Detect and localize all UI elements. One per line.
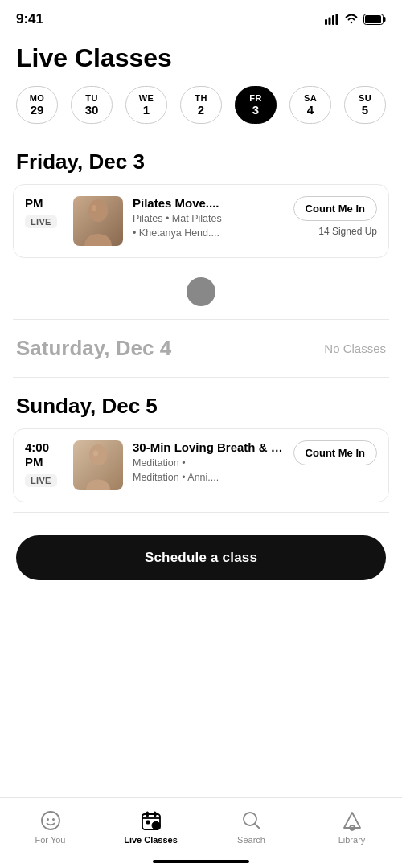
section-header-friday: Friday, Dec 3 — [0, 140, 402, 184]
class-card-pilates: PM LIVE Pilates Move.... Pilates • Mat P… — [13, 184, 389, 258]
count-me-button-meditation[interactable]: Count Me In — [293, 440, 377, 465]
count-me-button-pilates[interactable]: Count Me In — [293, 196, 377, 221]
for-you-label: For You — [35, 835, 66, 845]
class-time-block-meditation: 4:00 PM LIVE — [25, 440, 64, 487]
class-card-meditation: 4:00 PM LIVE 30-Min Loving Breath & Med.… — [13, 428, 389, 502]
svg-point-19 — [244, 813, 256, 825]
status-bar: 9:41 — [0, 0, 402, 35]
signed-up-label-pilates: 14 Signed Up — [318, 226, 377, 237]
svg-rect-3 — [336, 14, 338, 25]
library-label: Library — [338, 835, 366, 845]
class-title-meditation: 30-Min Loving Breath & Med.... — [133, 440, 284, 454]
search-label: Search — [237, 835, 265, 845]
class-meta-pilates: Pilates • Mat Pilates • Khetanya Hend...… — [133, 212, 284, 240]
svg-rect-1 — [329, 18, 331, 26]
section-header-sunday: Sunday, Dec 5 — [0, 384, 402, 428]
section-header-saturday: Saturday, Dec 4 — [16, 336, 171, 361]
day-selector: MO 29 TU 30 WE 1 TH 2 FR 3 SA 4 SU 5 — [0, 86, 402, 140]
svg-point-13 — [52, 818, 55, 821]
nav-item-live-classes[interactable]: Live Classes — [123, 809, 179, 845]
svg-point-11 — [42, 812, 59, 829]
schedule-button[interactable]: Schedule a class — [16, 535, 386, 580]
day-pill-fr[interactable]: FR 3 — [235, 86, 277, 124]
signal-icon — [325, 14, 339, 25]
status-icons — [325, 14, 386, 25]
divider-friday-saturday — [13, 319, 389, 320]
battery-icon — [363, 14, 386, 25]
wifi-icon — [344, 14, 359, 25]
class-actions-meditation: Count Me In — [293, 440, 377, 465]
bottom-nav: For You Live Classes Search — [0, 797, 402, 868]
class-title-pilates: Pilates Move.... — [133, 196, 284, 210]
schedule-button-wrap: Schedule a class — [0, 519, 402, 593]
nav-item-for-you[interactable]: For You — [23, 809, 79, 845]
svg-point-7 — [88, 199, 108, 222]
class-actions-pilates: Count Me In 14 Signed Up — [293, 196, 377, 237]
live-classes-label: Live Classes — [124, 835, 178, 845]
day-pill-tu[interactable]: TU 30 — [71, 86, 113, 124]
svg-rect-16 — [154, 812, 156, 817]
live-badge-meditation: LIVE — [25, 474, 57, 487]
class-time-pilates: PM — [25, 196, 43, 211]
status-time: 9:41 — [16, 11, 43, 27]
page-title: Live Classes — [0, 35, 402, 86]
svg-rect-15 — [146, 812, 149, 817]
nav-item-search[interactable]: Search — [224, 809, 280, 845]
search-icon — [240, 809, 263, 832]
scroll-indicator — [187, 277, 215, 306]
svg-rect-2 — [332, 15, 334, 25]
class-image-pilates — [73, 196, 123, 246]
class-info-pilates: Pilates Move.... Pilates • Mat Pilates •… — [133, 196, 284, 240]
day-pill-we[interactable]: WE 1 — [125, 86, 167, 124]
live-badge-pilates: LIVE — [25, 215, 57, 228]
divider-saturday-sunday — [13, 377, 389, 378]
day-pill-sa[interactable]: SA 4 — [289, 86, 331, 124]
no-classes-label: No Classes — [324, 342, 386, 355]
svg-rect-6 — [365, 15, 381, 23]
svg-point-12 — [47, 818, 49, 821]
svg-rect-17 — [146, 821, 150, 824]
section-header-saturday-row: Saturday, Dec 4 No Classes — [0, 326, 402, 371]
class-image-meditation — [73, 440, 123, 490]
class-time-block-pilates: PM LIVE — [25, 196, 64, 228]
home-indicator — [153, 860, 249, 863]
avatar-meditation-svg — [78, 440, 118, 490]
svg-rect-5 — [384, 17, 386, 22]
svg-point-9 — [89, 444, 107, 465]
day-pill-th[interactable]: TH 2 — [180, 86, 222, 124]
class-meta-meditation: Meditation • Meditation • Anni.... — [133, 457, 284, 485]
library-icon — [341, 809, 363, 832]
class-time-meditation: 4:00 PM — [25, 440, 49, 469]
live-classes-icon — [140, 809, 162, 832]
svg-point-10 — [93, 451, 98, 457]
day-pill-mo[interactable]: MO 29 — [16, 86, 58, 124]
nav-item-library[interactable]: Library — [324, 809, 380, 845]
for-you-icon — [39, 809, 62, 832]
class-info-meditation: 30-Min Loving Breath & Med.... Meditatio… — [133, 440, 284, 485]
day-pill-su[interactable]: SU 5 — [344, 86, 386, 124]
avatar-pilates-svg — [78, 196, 118, 246]
divider-bottom — [13, 512, 389, 513]
svg-point-8 — [92, 205, 96, 211]
svg-rect-0 — [325, 19, 327, 25]
